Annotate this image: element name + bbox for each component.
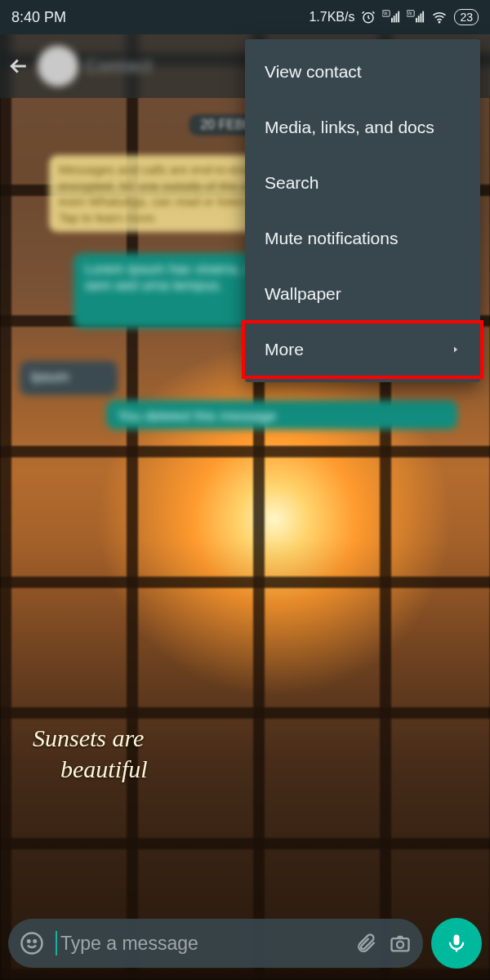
menu-item-label: Mute notifications — [265, 229, 398, 248]
status-net-speed: 1.7KB/s — [309, 10, 354, 24]
menu-item-wallpaper[interactable]: Wallpaper — [245, 266, 480, 322]
menu-item-label: View contact — [265, 62, 362, 82]
status-time: 8:40 PM — [11, 9, 66, 26]
svg-rect-3 — [391, 18, 393, 23]
svg-text:Vo: Vo — [408, 11, 412, 16]
composer-bar: Type a message — [8, 916, 482, 970]
svg-rect-5 — [396, 13, 398, 22]
attach-icon[interactable] — [354, 932, 377, 955]
svg-point-18 — [397, 942, 403, 948]
message-input[interactable]: Type a message — [8, 919, 423, 968]
svg-rect-17 — [392, 938, 409, 951]
menu-item-mute-notifications[interactable]: Mute notifications — [245, 211, 480, 266]
message-bubble[interactable]: Ipsum — [20, 361, 118, 395]
svg-point-13 — [439, 21, 441, 23]
contact-name[interactable]: Contact — [85, 56, 153, 77]
svg-rect-11 — [421, 13, 422, 22]
svg-rect-4 — [394, 16, 395, 22]
menu-item-more[interactable]: More — [245, 322, 480, 377]
alarm-icon — [361, 10, 376, 24]
chevron-right-icon — [451, 344, 461, 355]
menu-item-label: Wallpaper — [265, 284, 341, 304]
volte-signal-2-icon: Vo — [407, 10, 425, 24]
menu-item-view-contact[interactable]: View contact — [245, 44, 480, 100]
menu-item-search[interactable]: Search — [245, 155, 480, 211]
status-icons: 1.7KB/s Vo Vo 23 — [309, 9, 479, 25]
svg-point-14 — [22, 933, 42, 954]
message-bubble[interactable]: You deleted this message — [106, 400, 457, 430]
svg-rect-12 — [423, 11, 425, 23]
menu-item-label: More — [265, 340, 304, 359]
battery-level: 23 — [454, 9, 479, 25]
wifi-icon — [431, 10, 448, 24]
camera-icon[interactable] — [389, 932, 412, 955]
mic-icon — [445, 932, 468, 955]
menu-item-media-links-docs[interactable]: Media, links, and docs — [245, 100, 480, 155]
volte-signal-icon: Vo — [382, 10, 400, 24]
svg-text:Vo: Vo — [383, 11, 388, 16]
caption-line-1: Sunsets are — [33, 723, 148, 754]
mic-button[interactable] — [431, 918, 482, 969]
status-bar: 8:40 PM 1.7KB/s Vo Vo 23 — [0, 0, 490, 34]
message-input-placeholder[interactable]: Type a message — [56, 931, 343, 956]
emoji-icon[interactable] — [20, 931, 44, 956]
svg-rect-6 — [399, 11, 400, 23]
back-arrow-icon[interactable] — [7, 54, 31, 78]
menu-item-label: Media, links, and docs — [265, 118, 434, 137]
svg-rect-10 — [418, 16, 420, 22]
svg-rect-9 — [416, 18, 417, 23]
caption-line-2: beautiful — [33, 754, 148, 785]
avatar[interactable] — [38, 46, 78, 87]
svg-point-16 — [34, 940, 37, 942]
wallpaper-caption: Sunsets are beautiful — [33, 723, 148, 784]
menu-item-label: Search — [265, 173, 319, 193]
svg-point-15 — [28, 940, 30, 942]
overflow-menu: View contact Media, links, and docs Sear… — [245, 39, 480, 382]
